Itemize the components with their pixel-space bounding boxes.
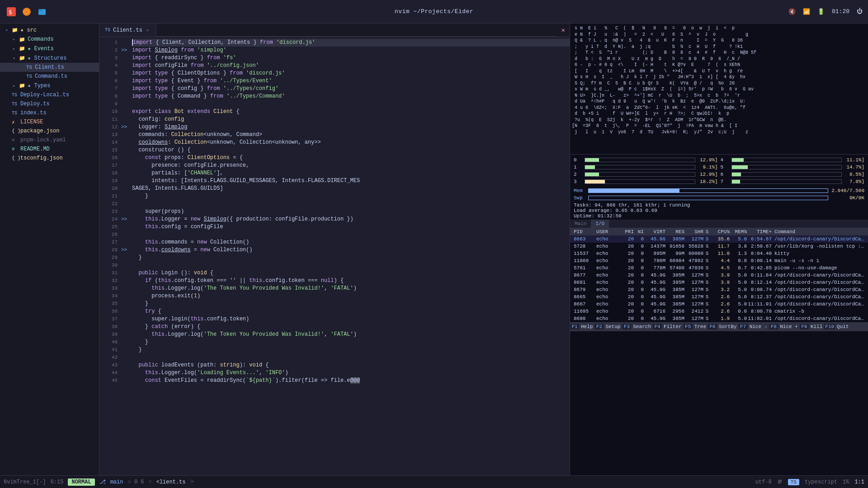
events-label: ★ Events	[28, 45, 54, 52]
cpu0-label: 0	[574, 157, 585, 163]
code-editor[interactable]: import { Client, Collection, Intents } f…	[130, 37, 570, 475]
sidebar-item-command-ts[interactable]: TS Command.ts	[0, 72, 99, 81]
htop-table-row[interactable]: 11537 echo 20 0 895M 99M 60080 S 11.0 1.…	[570, 250, 868, 257]
shr-cell: 127M	[684, 315, 703, 322]
fn-key-f9[interactable]: F9Kill	[800, 322, 824, 331]
sidebar-item-license[interactable]: ✗ LICENSE	[0, 117, 99, 127]
files-icon[interactable]	[36, 6, 48, 18]
htop-table-row[interactable]: 8679 echo 20 0 45.9G 385M 127M S 3.2 5.0…	[570, 286, 868, 293]
sidebar-item-index[interactable]: TS index.ts	[0, 108, 99, 117]
sidebar-item-client-ts[interactable]: TS Client.ts	[0, 63, 99, 72]
mem-label: Mem	[574, 188, 588, 193]
sidebar-item-tsconfig[interactable]: { } tsconfig.json	[0, 154, 99, 163]
code-line-43: public loadEvents (path: string): void {	[132, 361, 570, 369]
fn-key-f2[interactable]: F2Setup	[594, 322, 622, 331]
editor-content[interactable]: 1234567891011121314151617181920212223242…	[99, 37, 570, 475]
code-line-36: try {	[132, 308, 570, 315]
ts-badge: TS	[788, 479, 799, 485]
code-line-33: this.Logger.log('The Token You Provided …	[132, 285, 570, 292]
fn-key-f7[interactable]: F7Nice -	[739, 322, 769, 331]
sidebar-item-deploy-local[interactable]: TS Deploy-Local.ts	[0, 90, 99, 99]
code-line-15: constructor () {	[132, 146, 570, 154]
position: 1:1	[854, 479, 864, 485]
res-cell: 57400	[665, 264, 684, 272]
sidebar-item-events[interactable]: ▸ 📁 ★ Events	[0, 44, 99, 53]
shr-cell: 47036	[684, 264, 703, 272]
cmd-cell: /opt/discord-canary/DiscordCanary --type	[772, 272, 864, 279]
fn-label: Nice -	[748, 324, 769, 329]
fn-label: Filter	[662, 324, 684, 329]
htop-stats: Tasks: 94, 868 thr, 161 kthr; 1 running …	[570, 202, 868, 220]
user-cell: echo	[596, 243, 621, 250]
htop-table-row[interactable]: 8663 echo 20 0 45.9G 385M 127M S 35.6 5.…	[570, 235, 868, 243]
htop-table-row[interactable]: 5728 echo 20 0 1437M 91656 55828 S 11.7 …	[570, 243, 868, 250]
cpu6-bar	[731, 172, 842, 177]
sidebar-item-structures[interactable]: ▾ 📁 ★ Structures	[0, 53, 99, 63]
s-cell: S	[703, 257, 711, 264]
sidebar-item-types[interactable]: ▸ 📁 ★ Types	[0, 81, 99, 90]
code-line-28: this.cooldowns = new Collection()	[132, 246, 570, 254]
sidebar-item-readme[interactable]: ≡ README.MD	[0, 145, 99, 154]
sidebar-item-deploy[interactable]: TS Deploy.ts	[0, 99, 99, 108]
tab-client-ts[interactable]: TS Client.ts ✕	[99, 23, 156, 37]
htop-tab-main[interactable]: Main	[570, 220, 591, 228]
code-line-4: import configFile from '../config.json'	[132, 62, 570, 70]
cpu-cell: 3.9	[711, 279, 730, 286]
ni-cell: 0	[634, 272, 644, 279]
fn-key-f5[interactable]: F5Tree	[684, 322, 708, 331]
sidebar-item-package[interactable]: { } package.json	[0, 127, 99, 136]
fn-num: F8	[769, 324, 778, 329]
code-line-12: Logger: Simplog	[132, 123, 570, 131]
cpu-cell: 3.2	[711, 286, 730, 293]
virt-cell: 778M	[644, 264, 665, 272]
fn-key-f10[interactable]: F10Quit	[824, 322, 850, 331]
fn-key-f8[interactable]: F8Nice +	[769, 322, 800, 331]
terminal-icon[interactable]: $	[5, 6, 17, 18]
pid-cell: 8667	[574, 300, 596, 308]
fn-key-f4[interactable]: F4Filter	[653, 322, 684, 331]
col-user-header: USER	[596, 229, 621, 235]
htop-table-row[interactable]: 11860 echo 20 0 786M 66984 47892 S 4.4 0…	[570, 257, 868, 264]
pri-cell: 20	[621, 243, 634, 250]
time-cell: 8:12.14	[747, 279, 772, 286]
sidebar-item-pnpm[interactable]: ≡ pnpm-lock.yaml	[0, 136, 99, 145]
tab-close-button[interactable]: ✕	[145, 27, 151, 33]
mem-cell: 5.0	[730, 300, 747, 308]
cpu3-bar	[585, 179, 695, 184]
sidebar-item-commands[interactable]: ▸ 📁 Commands	[0, 35, 99, 44]
types-label: ★ Types	[28, 82, 50, 89]
res-cell: 385M	[665, 293, 684, 300]
htop-table-row[interactable]: 8665 echo 20 0 45.9G 385M 127M S 2.6 5.0…	[570, 293, 868, 300]
code-line-44: this.Logger.log('Loading Events...', 'IN…	[132, 369, 570, 377]
fn-label: Kill	[809, 324, 824, 329]
cpu-cell: 2.6	[711, 300, 730, 308]
fn-num: F5	[684, 324, 693, 329]
power-icon[interactable]: ⏻	[857, 8, 863, 15]
commands-arrow: ▸	[13, 37, 19, 42]
cmd-cell: kitty	[772, 250, 864, 257]
fn-key-f6[interactable]: F6SortBy	[708, 322, 739, 331]
htop-table-row[interactable]: 11695 echo 20 0 6716 2956 2412 S 2.6 0.0…	[570, 308, 868, 315]
code-line-19: intents: [Intents.FLAGS.GUILD_MESSAGES, …	[132, 177, 570, 185]
htop-table-row[interactable]: 8677 echo 20 0 45.9G 385M 127M S 3.9 5.0…	[570, 272, 868, 279]
pri-cell: 20	[621, 308, 634, 315]
encoding: utf-8	[755, 479, 772, 485]
fn-key-f1[interactable]: F1Help	[570, 322, 594, 331]
ni-cell: 0	[634, 250, 644, 257]
htop-table-row[interactable]: 5761 echo 20 0 778M 57400 47036 S 4.5 0.…	[570, 264, 868, 272]
htop-tab-io[interactable]: I/O	[591, 220, 609, 228]
cmd-cell: /opt/discord-canary/DiscordCanary --type	[772, 315, 864, 322]
fn-key-f3[interactable]: F3Search	[622, 322, 653, 331]
sidebar-item-src[interactable]: ▾ 📁 ★ src	[0, 25, 99, 35]
right-panel: s m E i % C ( $ N 9 9 = 0 o w j i < p e …	[570, 23, 868, 475]
close-panel-button[interactable]: ✕	[557, 23, 570, 37]
firefox-icon[interactable]	[21, 6, 33, 18]
cpu4-label: 4	[721, 157, 731, 163]
htop-table-row[interactable]: 8680 echo 20 0 45.9G 385M 127M S 1.9 5.0…	[570, 315, 868, 322]
htop-table-row[interactable]: 8681 echo 20 0 45.9G 385M 127M S 3.9 5.0…	[570, 279, 868, 286]
tab-ts-badge: TS	[105, 28, 110, 33]
code-line-14: cooldowns: Collection<unknown, Collectio…	[132, 139, 570, 146]
shr-cell: 2412	[684, 308, 703, 315]
types-arrow: ▸	[13, 83, 19, 89]
htop-table-row[interactable]: 8667 echo 20 0 45.9G 385M 127M S 2.6 5.0…	[570, 300, 868, 308]
